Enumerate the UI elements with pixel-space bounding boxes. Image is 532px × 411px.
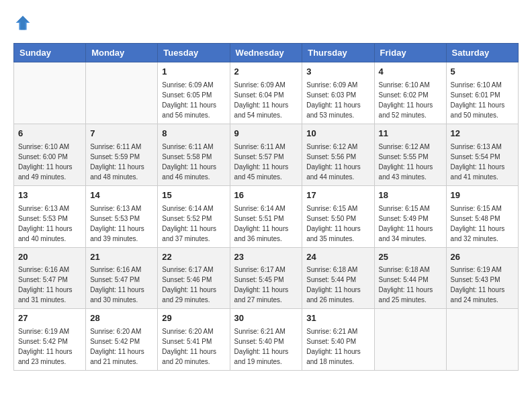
calendar-cell: 10Sunrise: 6:12 AMSunset: 5:56 PMDayligh… [302, 124, 374, 185]
day-number: 28 [90, 312, 153, 325]
calendar-cell: 19Sunrise: 6:15 AMSunset: 5:48 PMDayligh… [446, 185, 518, 247]
calendar-cell: 18Sunrise: 6:15 AMSunset: 5:49 PMDayligh… [374, 185, 446, 247]
calendar-cell: 26Sunrise: 6:19 AMSunset: 5:43 PMDayligh… [446, 247, 518, 309]
calendar-body: 1Sunrise: 6:09 AMSunset: 6:05 PMDaylight… [14, 62, 519, 371]
calendar-cell: 24Sunrise: 6:18 AMSunset: 5:44 PMDayligh… [302, 247, 374, 309]
weekday-header: Saturday [446, 44, 518, 62]
day-number: 2 [234, 66, 298, 79]
weekday-header: Wednesday [230, 44, 302, 62]
day-number: 6 [18, 128, 81, 140]
day-number: 18 [379, 189, 442, 202]
day-number: 15 [162, 189, 225, 202]
calendar-cell: 28Sunrise: 6:20 AMSunset: 5:42 PMDayligh… [86, 309, 158, 371]
calendar-cell: 30Sunrise: 6:21 AMSunset: 5:40 PMDayligh… [230, 309, 302, 371]
day-info: Sunrise: 6:11 AMSunset: 5:57 PMDaylight:… [234, 142, 298, 182]
day-info: Sunrise: 6:17 AMSunset: 5:45 PMDaylight:… [234, 265, 298, 305]
calendar-cell: 23Sunrise: 6:17 AMSunset: 5:45 PMDayligh… [230, 247, 302, 309]
day-number: 10 [306, 128, 369, 140]
day-info: Sunrise: 6:21 AMSunset: 5:40 PMDaylight:… [234, 326, 298, 367]
day-number: 12 [451, 128, 514, 140]
calendar-cell: 16Sunrise: 6:14 AMSunset: 5:51 PMDayligh… [230, 185, 302, 247]
day-number: 30 [234, 312, 298, 325]
calendar-cell: 5Sunrise: 6:10 AMSunset: 6:01 PMDaylight… [446, 62, 518, 124]
day-number: 23 [234, 251, 298, 264]
day-number: 29 [162, 312, 225, 325]
day-info: Sunrise: 6:14 AMSunset: 5:51 PMDaylight:… [234, 203, 298, 244]
day-info: Sunrise: 6:10 AMSunset: 6:00 PMDaylight:… [18, 142, 81, 182]
calendar-cell: 4Sunrise: 6:10 AMSunset: 6:02 PMDaylight… [374, 62, 446, 124]
calendar-cell: 11Sunrise: 6:12 AMSunset: 5:55 PMDayligh… [374, 124, 446, 185]
calendar-cell: 6Sunrise: 6:10 AMSunset: 6:00 PMDaylight… [14, 124, 86, 185]
day-info: Sunrise: 6:15 AMSunset: 5:48 PMDaylight:… [451, 203, 514, 244]
day-number: 22 [162, 251, 225, 264]
calendar-cell: 9Sunrise: 6:11 AMSunset: 5:57 PMDaylight… [230, 124, 302, 185]
day-info: Sunrise: 6:10 AMSunset: 6:02 PMDaylight:… [379, 80, 442, 120]
calendar-week-row: 27Sunrise: 6:19 AMSunset: 5:42 PMDayligh… [14, 309, 519, 371]
day-info: Sunrise: 6:11 AMSunset: 5:59 PMDaylight:… [90, 142, 153, 182]
calendar-cell: 21Sunrise: 6:16 AMSunset: 5:47 PMDayligh… [86, 247, 158, 309]
page-header [13, 13, 519, 32]
calendar-cell: 2Sunrise: 6:09 AMSunset: 6:04 PMDaylight… [230, 62, 302, 124]
day-number: 8 [162, 128, 225, 140]
header-row: SundayMondayTuesdayWednesdayThursdayFrid… [14, 44, 519, 62]
weekday-header: Sunday [14, 44, 86, 62]
calendar-cell: 20Sunrise: 6:16 AMSunset: 5:47 PMDayligh… [14, 247, 86, 309]
day-number: 4 [379, 66, 442, 79]
calendar-cell: 1Sunrise: 6:09 AMSunset: 6:05 PMDaylight… [158, 62, 230, 124]
day-number: 5 [451, 66, 514, 79]
weekday-header: Friday [374, 44, 446, 62]
day-number: 26 [451, 251, 514, 264]
calendar-cell: 27Sunrise: 6:19 AMSunset: 5:42 PMDayligh… [14, 309, 86, 371]
day-info: Sunrise: 6:20 AMSunset: 5:42 PMDaylight:… [90, 326, 153, 367]
day-info: Sunrise: 6:15 AMSunset: 5:50 PMDaylight:… [306, 203, 369, 244]
day-info: Sunrise: 6:19 AMSunset: 5:43 PMDaylight:… [451, 265, 514, 305]
day-number: 31 [306, 312, 369, 325]
calendar-cell [374, 309, 446, 371]
calendar-week-row: 20Sunrise: 6:16 AMSunset: 5:47 PMDayligh… [14, 247, 519, 309]
calendar-cell [14, 62, 86, 124]
weekday-header: Monday [86, 44, 158, 62]
calendar-cell: 8Sunrise: 6:11 AMSunset: 5:58 PMDaylight… [158, 124, 230, 185]
day-info: Sunrise: 6:13 AMSunset: 5:53 PMDaylight:… [18, 203, 81, 244]
day-info: Sunrise: 6:21 AMSunset: 5:40 PMDaylight:… [306, 326, 369, 367]
day-info: Sunrise: 6:13 AMSunset: 5:53 PMDaylight:… [90, 203, 153, 244]
day-info: Sunrise: 6:19 AMSunset: 5:42 PMDaylight:… [18, 326, 81, 367]
day-number: 21 [90, 251, 153, 264]
calendar-cell: 17Sunrise: 6:15 AMSunset: 5:50 PMDayligh… [302, 185, 374, 247]
day-number: 25 [379, 251, 442, 264]
day-info: Sunrise: 6:17 AMSunset: 5:46 PMDaylight:… [162, 265, 225, 305]
calendar-cell: 14Sunrise: 6:13 AMSunset: 5:53 PMDayligh… [86, 185, 158, 247]
day-number: 9 [234, 128, 298, 140]
calendar-cell [446, 309, 518, 371]
logo [13, 13, 35, 32]
day-number: 16 [234, 189, 298, 202]
day-number: 7 [90, 128, 153, 140]
calendar-table: SundayMondayTuesdayWednesdayThursdayFrid… [13, 43, 519, 371]
day-info: Sunrise: 6:09 AMSunset: 6:05 PMDaylight:… [162, 80, 225, 120]
day-info: Sunrise: 6:15 AMSunset: 5:49 PMDaylight:… [379, 203, 442, 244]
day-number: 13 [18, 189, 81, 202]
day-info: Sunrise: 6:09 AMSunset: 6:04 PMDaylight:… [234, 80, 298, 120]
day-info: Sunrise: 6:09 AMSunset: 6:03 PMDaylight:… [306, 80, 369, 120]
day-info: Sunrise: 6:16 AMSunset: 5:47 PMDaylight:… [18, 265, 81, 305]
day-info: Sunrise: 6:20 AMSunset: 5:41 PMDaylight:… [162, 326, 225, 367]
day-number: 17 [306, 189, 369, 202]
day-info: Sunrise: 6:12 AMSunset: 5:55 PMDaylight:… [379, 142, 442, 182]
logo-icon [13, 13, 32, 32]
day-number: 20 [18, 251, 81, 264]
calendar-cell [86, 62, 158, 124]
day-number: 27 [18, 312, 81, 325]
day-info: Sunrise: 6:18 AMSunset: 5:44 PMDaylight:… [306, 265, 369, 305]
day-info: Sunrise: 6:12 AMSunset: 5:56 PMDaylight:… [306, 142, 369, 182]
day-info: Sunrise: 6:14 AMSunset: 5:52 PMDaylight:… [162, 203, 225, 244]
calendar-cell: 7Sunrise: 6:11 AMSunset: 5:59 PMDaylight… [86, 124, 158, 185]
day-number: 19 [451, 189, 514, 202]
calendar-cell: 22Sunrise: 6:17 AMSunset: 5:46 PMDayligh… [158, 247, 230, 309]
day-info: Sunrise: 6:13 AMSunset: 5:54 PMDaylight:… [451, 142, 514, 182]
day-number: 14 [90, 189, 153, 202]
calendar-week-row: 13Sunrise: 6:13 AMSunset: 5:53 PMDayligh… [14, 185, 519, 247]
day-number: 24 [306, 251, 369, 264]
calendar-week-row: 1Sunrise: 6:09 AMSunset: 6:05 PMDaylight… [14, 62, 519, 124]
calendar-header: SundayMondayTuesdayWednesdayThursdayFrid… [14, 44, 519, 62]
weekday-header: Thursday [302, 44, 374, 62]
